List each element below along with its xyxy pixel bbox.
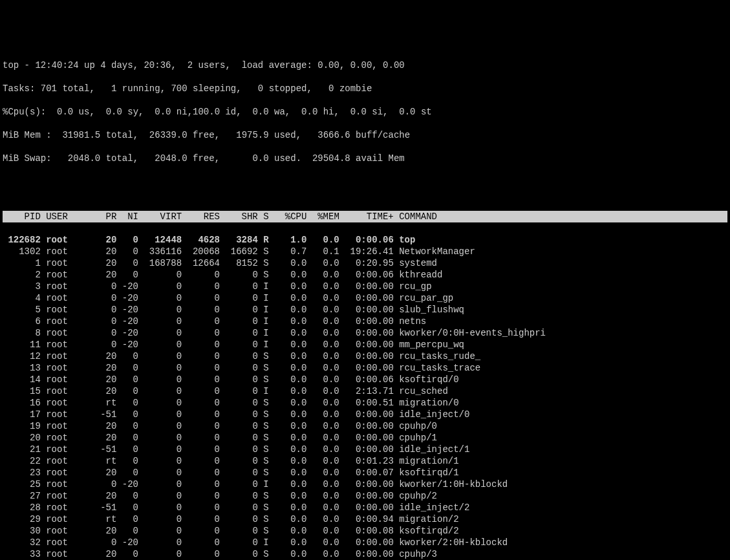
cell-cmd: kworker/1:0H-kblockd [394, 479, 508, 490]
cell-pr: 20 [95, 525, 117, 537]
cell-shr: 0 [220, 374, 258, 385]
cell-res: 0 [182, 327, 220, 339]
cell-pr: 20 [95, 246, 117, 257]
cell-mem: 0.0 [306, 467, 339, 479]
cell-cpu: 0.0 [274, 327, 306, 339]
process-row[interactable]: 1root200168788126648152S0.00.00:20.95sys… [3, 257, 727, 269]
cell-res: 0 [182, 269, 220, 281]
col-s[interactable]: S [263, 211, 274, 222]
cell-shr: 0 [220, 455, 258, 467]
cell-ni: 0 [116, 269, 138, 281]
process-row[interactable]: 8root0-20000I0.00.00:00.00kworker/0:0H-e… [3, 327, 727, 339]
process-row[interactable]: 20root200000S0.00.00:00.00cpuhp/1 [3, 432, 727, 444]
cell-cpu: 0.0 [274, 304, 306, 316]
cell-s: I [263, 327, 274, 339]
process-row[interactable]: 30root200000S0.00.00:00.08ksoftirqd/2 [3, 525, 727, 537]
cell-cpu: 0.0 [274, 269, 306, 281]
process-row[interactable]: 25root0-20000I0.00.00:00.00kworker/1:0H-… [3, 479, 727, 490]
process-row[interactable]: 13root200000S0.00.00:00.00rcu_tasks_trac… [3, 362, 727, 374]
process-row[interactable]: 15root200000I0.00.02:13.71rcu_sched [3, 385, 727, 397]
cell-res: 0 [182, 409, 220, 420]
cell-mem: 0.0 [306, 304, 339, 316]
cell-user: root [46, 292, 95, 304]
cell-cmd: cpuhp/3 [394, 548, 437, 560]
col-res[interactable]: RES [182, 211, 220, 222]
cell-mem: 0.0 [306, 548, 339, 560]
cell-pr: 20 [95, 548, 117, 560]
cell-pr: 0 [95, 292, 117, 304]
cell-shr: 0 [220, 292, 258, 304]
col-pid[interactable]: PID [3, 211, 41, 222]
col-user[interactable]: USER [46, 211, 95, 222]
cell-cpu: 0.0 [274, 513, 306, 525]
cell-virt: 0 [138, 385, 182, 397]
cell-res: 4628 [182, 234, 220, 246]
cell-cpu: 1.0 [274, 234, 306, 246]
cell-mem: 0.0 [306, 339, 339, 350]
process-row[interactable]: 29rootrt0000S0.00.00:00.94migration/2 [3, 513, 727, 525]
cell-ni: -20 [116, 304, 138, 316]
cell-cpu: 0.0 [274, 525, 306, 537]
cell-cmd: ksoftirqd/2 [394, 525, 459, 537]
col-mem[interactable]: %MEM [306, 211, 339, 222]
cell-cpu: 0.0 [274, 409, 306, 420]
cell-time: 0:00.08 [339, 525, 394, 537]
process-row[interactable]: 33root200000S0.00.00:00.00cpuhp/3 [3, 548, 727, 560]
col-shr[interactable]: SHR [220, 211, 258, 222]
cell-time: 2:13.71 [339, 385, 394, 397]
cell-ni: 0 [116, 362, 138, 374]
cell-cpu: 0.0 [274, 339, 306, 350]
cell-cpu: 0.0 [274, 502, 306, 513]
process-row[interactable]: 5root0-20000I0.00.00:00.00slub_flushwq [3, 304, 727, 316]
process-row[interactable]: 2root200000S0.00.00:00.06kthreadd [3, 269, 727, 281]
col-ni[interactable]: NI [116, 211, 138, 222]
cell-ni: 0 [116, 432, 138, 444]
process-row[interactable]: 22rootrt0000S0.00.00:01.23migration/1 [3, 455, 727, 467]
cell-pid: 19 [3, 420, 41, 432]
process-row[interactable]: 32root0-20000I0.00.00:00.00kworker/2:0H-… [3, 537, 727, 548]
blank-line [3, 188, 727, 199]
cell-pid: 4 [3, 292, 41, 304]
col-cmd[interactable]: COMMAND [394, 211, 437, 222]
cell-time: 0:00.00 [339, 304, 394, 316]
cell-s: I [263, 339, 274, 350]
cell-ni: 0 [116, 397, 138, 409]
process-row[interactable]: 11root0-20000I0.00.00:00.00mm_percpu_wq [3, 339, 727, 350]
cell-time: 0:00.00 [339, 502, 394, 513]
cell-shr: 0 [220, 397, 258, 409]
col-pr[interactable]: PR [95, 211, 117, 222]
cell-pr: 0 [95, 339, 117, 350]
process-row[interactable]: 3root0-20000I0.00.00:00.00rcu_gp [3, 281, 727, 292]
cell-user: root [46, 339, 95, 350]
process-row[interactable]: 14root200000S0.00.00:00.06ksoftirqd/0 [3, 374, 727, 385]
col-cpu[interactable]: %CPU [274, 211, 306, 222]
process-row[interactable]: 1302root2003361162006816692S0.70.119:26.… [3, 246, 727, 257]
process-table-header[interactable]: PIDUSERPRNIVIRTRESSHRS%CPU%MEMTIME+COMMA… [3, 211, 727, 222]
cell-pid: 2 [3, 269, 41, 281]
cell-time: 0:00.00 [339, 362, 394, 374]
cell-ni: 0 [116, 525, 138, 537]
process-row[interactable]: 28root-510000S0.00.00:00.00idle_inject/2 [3, 502, 727, 513]
cell-user: root [46, 444, 95, 455]
process-row[interactable]: 4root0-20000I0.00.00:00.00rcu_par_gp [3, 292, 727, 304]
col-time[interactable]: TIME+ [339, 211, 394, 222]
process-row[interactable]: 17root-510000S0.00.00:00.00idle_inject/0 [3, 409, 727, 420]
process-row[interactable]: 122682root2001244846283284R1.00.00:00.06… [3, 234, 727, 246]
cell-shr: 0 [220, 420, 258, 432]
cell-time: 0:00.07 [339, 467, 394, 479]
cell-cpu: 0.0 [274, 385, 306, 397]
process-row[interactable]: 23root200000S0.00.00:00.07ksoftirqd/1 [3, 467, 727, 479]
col-virt[interactable]: VIRT [138, 211, 182, 222]
cell-shr: 0 [220, 339, 258, 350]
cell-s: S [263, 409, 274, 420]
process-row[interactable]: 19root200000S0.00.00:00.00cpuhp/0 [3, 420, 727, 432]
process-row[interactable]: 21root-510000S0.00.00:00.00idle_inject/1 [3, 444, 727, 455]
process-row[interactable]: 6root0-20000I0.00.00:00.00netns [3, 316, 727, 327]
process-row[interactable]: 27root200000S0.00.00:00.00cpuhp/2 [3, 490, 727, 502]
process-row[interactable]: 16rootrt0000S0.00.00:00.51migration/0 [3, 397, 727, 409]
process-row[interactable]: 12root200000S0.00.00:00.00rcu_tasks_rude… [3, 350, 727, 362]
cell-res: 0 [182, 374, 220, 385]
cell-s: S [263, 432, 274, 444]
cell-time: 0:20.95 [339, 257, 394, 269]
cell-ni: -20 [116, 316, 138, 327]
